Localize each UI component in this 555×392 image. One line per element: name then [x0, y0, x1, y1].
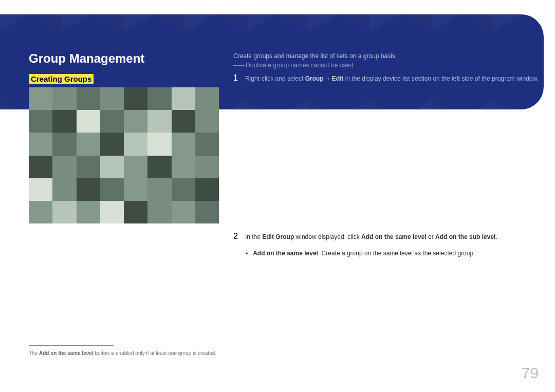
bullet-label: Add on the same level [253, 250, 318, 257]
step-2-pre: In the [245, 233, 262, 240]
step-1-number: 1 [233, 74, 238, 82]
step-2-mid2: or [427, 233, 435, 240]
footnote-rule [29, 345, 114, 346]
bullet-icon: • [246, 250, 248, 257]
step-1-pre: Right-click and select [245, 75, 305, 82]
step-2-text: In the Edit Group window displayed, clic… [245, 232, 497, 241]
step-2-number: 2 [233, 232, 238, 240]
step-2: 2 In the Edit Group window displayed, cl… [233, 232, 497, 241]
mosaic-image [29, 87, 219, 223]
step-1-text: Right-click and select Group→Edit in the… [245, 74, 539, 83]
step-2-bold-samelevel: Add on the same level [361, 233, 427, 240]
step-1-bold-edit: Edit [332, 75, 344, 82]
footnote-post: button is enabled only if at least one g… [94, 350, 217, 356]
footnote-bold: Add on the same level [39, 350, 94, 356]
footnote: The Add on the same level button is enab… [29, 350, 216, 356]
page-number: 79 [522, 364, 539, 382]
bullet-text: Add on the same level: Create a group on… [253, 250, 475, 257]
step-2-bold-editgroup: Edit Group [262, 233, 294, 240]
bullet-desc: : Create a group on the same level as th… [318, 250, 475, 257]
bullet-same-level: • Add on the same level: Create a group … [246, 250, 475, 257]
step-1-bold-group: Group [305, 75, 324, 82]
step-1-post: in the display device list section on th… [343, 75, 539, 82]
page-title: Group Management [29, 51, 144, 66]
arrow-icon: → [325, 74, 331, 83]
step-2-post: . [495, 233, 497, 240]
step-2-bold-sublevel: Add on the sub level [435, 233, 495, 240]
note-duplicate: ――Duplicate group names cannot be used. [233, 62, 355, 69]
step-2-mid1: window displayed, click [294, 233, 361, 240]
section-subtitle: Creating Groups [29, 74, 94, 84]
footnote-pre: The [29, 350, 39, 356]
screenshot-placeholder [29, 87, 219, 223]
step-1: 1 Right-click and select Group→Edit in t… [233, 74, 539, 83]
note-text: Duplicate group names cannot be used. [246, 62, 355, 69]
note-prefix-icon: ―― [233, 62, 244, 69]
intro-text: Create groups and manage the list of set… [233, 51, 397, 61]
